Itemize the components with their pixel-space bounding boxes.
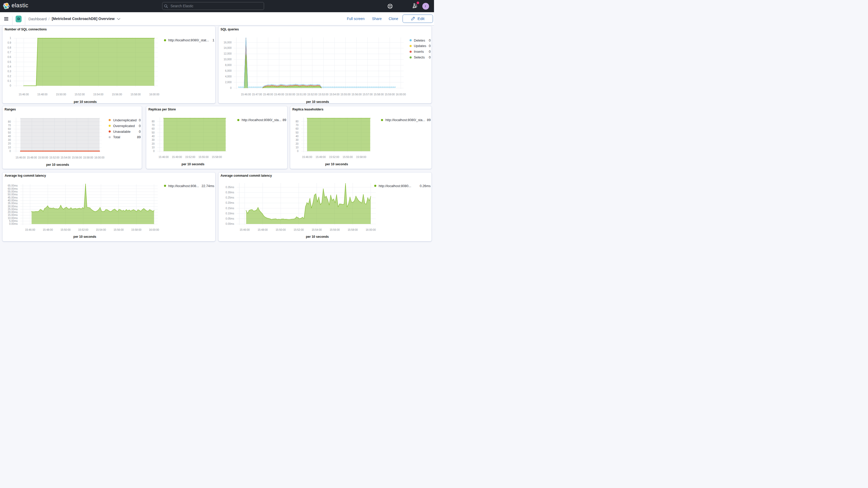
svg-text:15:46:00: 15:46:00 bbox=[16, 156, 26, 159]
svg-text:0.00ms: 0.00ms bbox=[9, 222, 18, 225]
svg-text:16:00:00: 16:00:00 bbox=[396, 93, 406, 96]
svg-text:15:52:00: 15:52:00 bbox=[307, 93, 317, 96]
svg-text:0.15ms: 0.15ms bbox=[225, 207, 234, 210]
svg-text:15:46:00: 15:46:00 bbox=[239, 228, 249, 231]
svg-text:30: 30 bbox=[8, 139, 11, 141]
svg-text:0.6: 0.6 bbox=[7, 56, 11, 58]
svg-text:15:46:00: 15:46:00 bbox=[19, 93, 29, 96]
svg-text:80: 80 bbox=[152, 120, 155, 123]
svg-text:20.00ms: 20.00ms bbox=[8, 211, 18, 214]
svg-text:60: 60 bbox=[8, 128, 11, 130]
svg-text:15:58:00: 15:58:00 bbox=[356, 156, 366, 158]
svg-text:16:00:00: 16:00:00 bbox=[366, 228, 376, 231]
svg-text:15:51:00: 15:51:00 bbox=[296, 93, 306, 96]
svg-text:10: 10 bbox=[152, 146, 155, 149]
svg-text:15:54:00: 15:54:00 bbox=[61, 156, 71, 159]
svg-text:15:50:00: 15:50:00 bbox=[276, 228, 286, 231]
svg-text:0.9: 0.9 bbox=[7, 41, 11, 44]
svg-text:45.00ms: 45.00ms bbox=[8, 196, 18, 199]
svg-text:0.05ms: 0.05ms bbox=[225, 217, 234, 220]
svg-text:16:00:00: 16:00:00 bbox=[149, 93, 159, 96]
svg-text:30: 30 bbox=[152, 139, 155, 141]
svg-text:35.00ms: 35.00ms bbox=[8, 202, 18, 205]
svg-text:0.2: 0.2 bbox=[7, 75, 11, 78]
svg-text:15:50:00: 15:50:00 bbox=[61, 228, 71, 231]
svg-text:per 10 seconds: per 10 seconds bbox=[306, 100, 329, 104]
svg-text:70: 70 bbox=[152, 124, 155, 126]
svg-text:15:49:00: 15:49:00 bbox=[315, 156, 326, 158]
svg-text:15:50:00: 15:50:00 bbox=[285, 93, 295, 96]
svg-text:15:55:00: 15:55:00 bbox=[340, 93, 350, 96]
svg-text:0.4: 0.4 bbox=[7, 65, 11, 68]
svg-text:15:50:00: 15:50:00 bbox=[38, 156, 48, 159]
svg-text:0.10ms: 0.10ms bbox=[225, 212, 234, 215]
svg-text:15:46:00: 15:46:00 bbox=[302, 156, 312, 158]
svg-text:10.00ms: 10.00ms bbox=[8, 217, 18, 220]
svg-text:15:49:00: 15:49:00 bbox=[274, 93, 284, 96]
svg-text:25.00ms: 25.00ms bbox=[8, 208, 18, 211]
svg-text:15:56:00: 15:56:00 bbox=[112, 93, 122, 96]
svg-text:0.35ms: 0.35ms bbox=[225, 186, 234, 189]
svg-text:40.00ms: 40.00ms bbox=[8, 199, 18, 202]
svg-text:40: 40 bbox=[8, 135, 11, 138]
svg-text:15:46:00: 15:46:00 bbox=[241, 93, 251, 96]
svg-text:0.7: 0.7 bbox=[7, 51, 11, 54]
svg-text:50: 50 bbox=[152, 131, 155, 134]
svg-text:15:58:00: 15:58:00 bbox=[83, 156, 93, 159]
svg-text:15:55:00: 15:55:00 bbox=[343, 156, 353, 158]
svg-text:15:46:00: 15:46:00 bbox=[158, 156, 169, 158]
svg-text:0.25ms: 0.25ms bbox=[225, 196, 234, 199]
svg-text:per 10 seconds: per 10 seconds bbox=[73, 235, 96, 239]
svg-text:15:54:00: 15:54:00 bbox=[329, 93, 339, 96]
svg-text:15:52:00: 15:52:00 bbox=[329, 156, 339, 158]
svg-text:per 10 seconds: per 10 seconds bbox=[182, 162, 205, 166]
svg-text:8,000: 8,000 bbox=[225, 64, 231, 66]
svg-text:15.00ms: 15.00ms bbox=[8, 214, 18, 216]
svg-text:15:50:00: 15:50:00 bbox=[56, 93, 66, 96]
svg-text:15:56:00: 15:56:00 bbox=[72, 156, 82, 159]
svg-text:50: 50 bbox=[8, 131, 11, 134]
svg-text:0: 0 bbox=[297, 150, 299, 153]
svg-text:15:52:00: 15:52:00 bbox=[74, 93, 85, 96]
svg-text:0: 0 bbox=[153, 150, 155, 153]
svg-text:15:56:00: 15:56:00 bbox=[351, 93, 362, 96]
svg-text:15:55:00: 15:55:00 bbox=[198, 156, 209, 158]
svg-text:80: 80 bbox=[296, 120, 299, 123]
svg-text:15:54:00: 15:54:00 bbox=[96, 228, 106, 231]
svg-text:0.00ms: 0.00ms bbox=[225, 222, 234, 225]
svg-text:40: 40 bbox=[152, 135, 155, 138]
svg-text:16,000: 16,000 bbox=[223, 41, 231, 44]
svg-text:15:58:00: 15:58:00 bbox=[212, 156, 222, 158]
svg-text:0: 0 bbox=[230, 87, 231, 89]
svg-text:15:49:00: 15:49:00 bbox=[172, 156, 182, 158]
svg-text:0: 0 bbox=[10, 84, 11, 87]
svg-text:2,000: 2,000 bbox=[225, 81, 231, 84]
svg-text:70: 70 bbox=[296, 124, 299, 126]
svg-text:20: 20 bbox=[152, 143, 155, 145]
svg-text:5.00ms: 5.00ms bbox=[9, 220, 18, 222]
svg-text:20: 20 bbox=[8, 142, 11, 145]
svg-text:15:48:00: 15:48:00 bbox=[257, 228, 268, 231]
svg-text:15:52:00: 15:52:00 bbox=[78, 228, 88, 231]
svg-text:15:48:00: 15:48:00 bbox=[263, 93, 273, 96]
svg-text:15:58:00: 15:58:00 bbox=[373, 93, 383, 96]
svg-text:12,000: 12,000 bbox=[223, 52, 231, 55]
svg-text:4,000: 4,000 bbox=[225, 75, 231, 78]
svg-text:0.8: 0.8 bbox=[7, 46, 11, 49]
svg-text:15:54:00: 15:54:00 bbox=[93, 93, 103, 96]
svg-text:50.00ms: 50.00ms bbox=[8, 193, 18, 196]
svg-text:60: 60 bbox=[296, 127, 299, 130]
svg-text:per 10 seconds: per 10 seconds bbox=[74, 100, 97, 104]
svg-text:15:46:00: 15:46:00 bbox=[25, 228, 35, 231]
svg-text:15:58:00: 15:58:00 bbox=[130, 93, 141, 96]
svg-text:15:56:00: 15:56:00 bbox=[330, 228, 340, 231]
svg-text:per 10 seconds: per 10 seconds bbox=[306, 235, 329, 239]
svg-text:15:58:00: 15:58:00 bbox=[131, 228, 142, 231]
svg-text:15:52:00: 15:52:00 bbox=[293, 228, 304, 231]
svg-text:16:00:00: 16:00:00 bbox=[149, 228, 159, 231]
svg-text:1: 1 bbox=[10, 37, 11, 39]
svg-text:15:58:00: 15:58:00 bbox=[347, 228, 358, 231]
svg-text:55.00ms: 55.00ms bbox=[8, 190, 18, 193]
svg-text:10: 10 bbox=[8, 146, 11, 149]
svg-text:70: 70 bbox=[8, 124, 11, 127]
